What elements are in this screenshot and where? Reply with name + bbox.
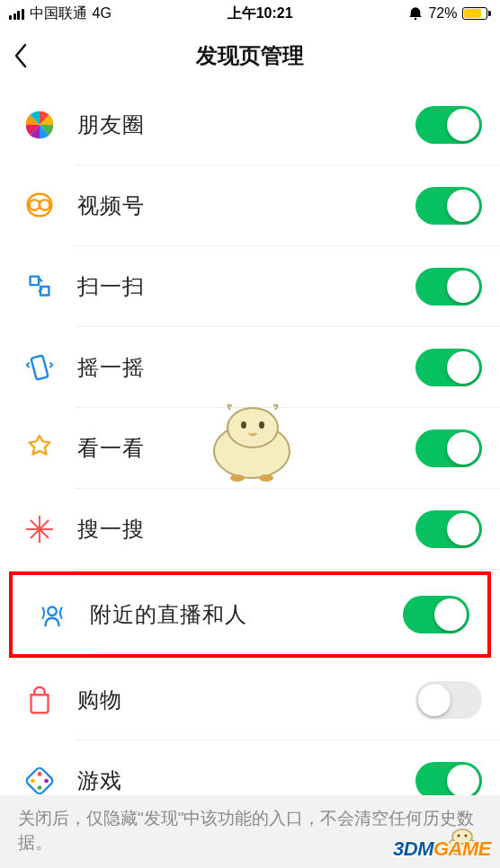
alarm-icon [408,6,423,21]
status-bar: 中国联通 4G 上午10:21 72% [0,0,500,27]
row-search: 搜一搜 [0,489,500,570]
toggle-nearby[interactable] [403,596,469,633]
toggle-moments[interactable] [415,106,482,144]
row-channels: 视频号 [0,165,500,246]
page-title: 发现页管理 [196,41,304,70]
row-topstories: 看一看 [0,408,500,489]
toggle-channels[interactable] [415,187,482,225]
carrier-label: 中国联通 [30,4,87,23]
row-moments: 朋友圈 [0,84,500,165]
moments-icon [22,107,58,143]
battery-icon [462,7,491,20]
back-button[interactable] [13,42,29,69]
row-label: 搜一搜 [77,515,145,544]
search-icon [22,511,58,547]
watermark: 3DMGAME [393,837,491,861]
games-icon [22,763,58,799]
toggle-shake[interactable] [415,349,482,386]
row-nearby: 附近的直播和人 [13,575,487,654]
topstories-icon [22,430,58,466]
shopping-icon [22,682,58,718]
settings-list: 朋友圈视频号扫一扫摇一摇看一看搜一搜附近的直播和人购物游戏小程序 [0,84,500,868]
row-label: 看一看 [77,434,145,463]
row-shake: 摇一摇 [0,327,500,408]
row-scan: 扫一扫 [0,246,500,327]
scan-icon [22,269,58,305]
row-label: 扫一扫 [77,272,145,301]
page-header: 发现页管理 [0,27,500,84]
shake-icon [22,350,58,385]
battery-pct: 72% [428,5,457,22]
row-label: 摇一摇 [77,353,145,382]
row-shopping: 购物 [0,660,500,740]
svg-point-0 [415,18,417,21]
nearby-icon [34,597,70,633]
network-label: 4G [93,5,112,22]
row-label: 附近的直播和人 [90,600,247,629]
toggle-scan[interactable] [415,268,482,306]
row-label: 朋友圈 [77,111,145,139]
toggle-topstories[interactable] [415,430,482,467]
highlight-box: 附近的直播和人 [9,571,491,658]
channels-icon [22,188,58,224]
toggle-shopping[interactable] [415,681,482,719]
status-time: 上午10:21 [228,4,293,23]
toggle-search[interactable] [415,510,482,548]
toggle-games[interactable] [415,762,482,800]
row-label: 购物 [77,686,122,714]
signal-icon [9,7,24,20]
row-label: 游戏 [77,766,122,795]
row-label: 视频号 [77,191,145,220]
